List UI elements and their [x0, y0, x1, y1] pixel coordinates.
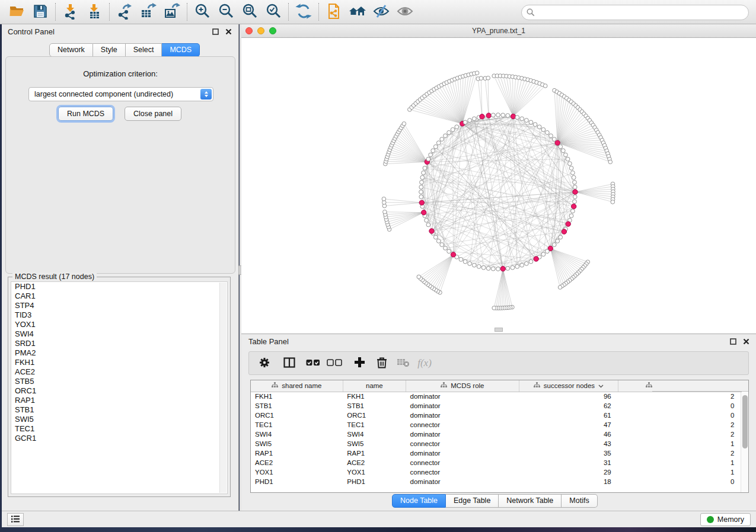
mcds-result-item[interactable]: ORC1: [11, 386, 227, 396]
mcds-result-item[interactable]: TID3: [11, 310, 227, 320]
network-node[interactable]: [573, 195, 577, 199]
network-node[interactable]: [552, 137, 556, 142]
export-image-button[interactable]: [160, 1, 184, 23]
float-panel-icon[interactable]: [212, 28, 219, 36]
network-node[interactable]: [472, 117, 476, 121]
table-scrollbar-thumb[interactable]: [742, 395, 748, 448]
network-node[interactable]: [419, 185, 423, 189]
mcds-result-item[interactable]: YOX1: [11, 320, 227, 329]
share-network-button[interactable]: [322, 1, 346, 23]
table-row[interactable]: ACE2ACE2connector311: [251, 458, 742, 467]
network-node[interactable]: [440, 137, 444, 142]
show-all-button[interactable]: [393, 1, 417, 23]
network-leaf-node[interactable]: [383, 210, 387, 214]
network-node[interactable]: [426, 223, 430, 227]
table-row[interactable]: TEC1TEC1connector472: [251, 420, 742, 430]
mcds-result-item[interactable]: SRD1: [11, 339, 227, 348]
network-node[interactable]: [486, 267, 490, 271]
network-node[interactable]: [573, 185, 577, 189]
network-node[interactable]: [420, 180, 424, 184]
network-node[interactable]: [429, 153, 433, 157]
network-node[interactable]: [463, 120, 467, 124]
mcds-result-item[interactable]: SWI5: [11, 415, 227, 424]
network-hub-node[interactable]: [429, 229, 434, 233]
network-hub-node[interactable]: [451, 252, 455, 257]
tab-select[interactable]: Select: [126, 43, 162, 57]
network-leaf-node[interactable]: [417, 275, 421, 279]
mcds-result-item[interactable]: CAR1: [11, 291, 227, 301]
hide-selected-button[interactable]: [369, 1, 393, 23]
search-input[interactable]: [521, 5, 749, 20]
network-node[interactable]: [573, 180, 577, 184]
network-node[interactable]: [511, 265, 515, 270]
table-row[interactable]: SWI4SWI4dominator462: [251, 430, 742, 439]
mcds-result-item[interactable]: RAP1: [11, 396, 227, 405]
network-hub-node[interactable]: [422, 210, 426, 215]
network-leaf-node[interactable]: [492, 306, 496, 310]
network-node[interactable]: [571, 171, 575, 175]
tab-network[interactable]: Network: [49, 43, 93, 57]
mcds-result-item[interactable]: ACE2: [11, 367, 227, 377]
import-table-button[interactable]: [82, 1, 106, 23]
table-row[interactable]: PHD1PHD1dominator180: [251, 477, 742, 486]
network-node[interactable]: [472, 263, 476, 267]
network-leaf-node[interactable]: [558, 286, 562, 290]
network-node[interactable]: [552, 243, 556, 247]
network-node[interactable]: [541, 127, 546, 132]
zoom-selected-button[interactable]: [261, 1, 285, 23]
network-node[interactable]: [566, 157, 570, 161]
refresh-button[interactable]: [292, 1, 315, 23]
network-node[interactable]: [431, 149, 435, 153]
tab-motifs[interactable]: Motifs: [562, 494, 597, 508]
tab-style[interactable]: Style: [93, 43, 126, 57]
export-network-button[interactable]: [113, 1, 136, 23]
network-node[interactable]: [515, 265, 519, 269]
split-view-button[interactable]: [279, 353, 300, 373]
network-node[interactable]: [433, 145, 438, 149]
network-node[interactable]: [468, 118, 472, 123]
network-node[interactable]: [423, 166, 427, 170]
zoom-out-button[interactable]: [214, 1, 238, 23]
close-panel-button[interactable]: Close panel: [125, 107, 181, 121]
network-node[interactable]: [463, 259, 467, 264]
tab-mcds[interactable]: MCDS: [162, 43, 200, 57]
network-leaf-node[interactable]: [608, 160, 613, 164]
mcds-result-item[interactable]: STP4: [11, 301, 227, 310]
first-neighbors-button[interactable]: [346, 1, 369, 23]
table-row[interactable]: FKH1FKH1dominator962: [251, 392, 742, 401]
mcds-result-item[interactable]: STB1: [11, 405, 227, 415]
network-leaf-node[interactable]: [486, 76, 490, 80]
network-node[interactable]: [537, 125, 541, 129]
network-node[interactable]: [569, 166, 573, 170]
network-node[interactable]: [447, 249, 451, 254]
network-hub-node[interactable]: [419, 200, 424, 205]
mcds-result-item[interactable]: FKH1: [11, 358, 227, 367]
network-hub-node[interactable]: [555, 140, 560, 145]
table-settings-button[interactable]: [254, 353, 275, 373]
network-hub-node[interactable]: [500, 267, 505, 271]
network-node[interactable]: [529, 259, 533, 264]
network-node[interactable]: [477, 265, 481, 269]
network-node[interactable]: [468, 262, 472, 266]
run-mcds-button[interactable]: Run MCDS: [58, 107, 113, 121]
select-all-button[interactable]: [302, 353, 324, 373]
table-row[interactable]: RAP1RAP1dominator352: [251, 448, 742, 458]
network-leaf-node[interactable]: [402, 122, 406, 126]
network-leaf-node[interactable]: [479, 76, 483, 81]
network-node[interactable]: [564, 153, 568, 157]
zoom-fit-button[interactable]: [238, 1, 261, 23]
network-hub-node[interactable]: [573, 190, 578, 194]
tab-edge-table[interactable]: Edge Table: [446, 494, 499, 508]
network-node[interactable]: [568, 162, 572, 166]
network-hub-node[interactable]: [534, 257, 538, 261]
network-leaf-node[interactable]: [543, 84, 547, 88]
network-node[interactable]: [525, 118, 529, 123]
column-header-successor-nodes[interactable]: successor nodes: [519, 380, 618, 392]
table-row[interactable]: SWI5SWI5connector431: [251, 439, 742, 448]
mcds-result-item[interactable]: SWI4: [11, 329, 227, 339]
tab-network-table[interactable]: Network Table: [499, 494, 562, 508]
close-panel-icon[interactable]: [742, 338, 750, 345]
network-node[interactable]: [496, 267, 500, 271]
network-node[interactable]: [506, 114, 510, 118]
network-hub-node[interactable]: [511, 114, 515, 118]
